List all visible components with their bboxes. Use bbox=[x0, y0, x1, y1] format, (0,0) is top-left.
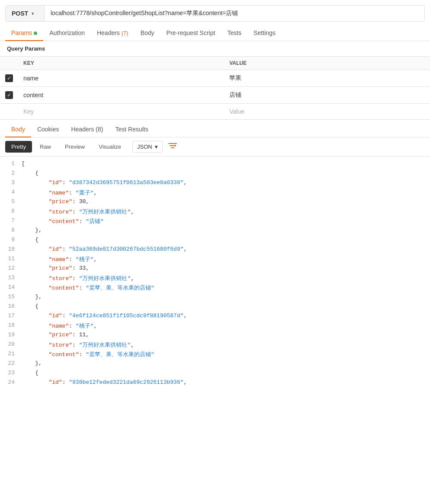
line-number: 3 bbox=[0, 179, 22, 186]
tab-headers[interactable]: Headers (7) bbox=[91, 25, 135, 41]
line-content: "content": "卖苹、果、等水果的店铺" bbox=[22, 350, 430, 358]
line-number: 19 bbox=[0, 331, 22, 338]
url-input[interactable] bbox=[45, 6, 424, 21]
line-content: "id": "52aa369de017d300267bdc551680f6d9"… bbox=[22, 246, 430, 252]
line-content: "id": "4e6f124ce851f1f105cdc9f88190587d"… bbox=[22, 312, 430, 319]
code-line: 15 }, bbox=[0, 293, 430, 303]
method-selector[interactable]: POST ▾ bbox=[6, 6, 45, 21]
line-number: 16 bbox=[0, 303, 22, 309]
url-bar: POST ▾ bbox=[5, 5, 425, 22]
code-line: 11 "name": "桃子", bbox=[0, 255, 430, 265]
code-line: 19 "price": 11, bbox=[0, 331, 430, 341]
row2-key[interactable]: content bbox=[18, 87, 224, 104]
line-content: { bbox=[22, 369, 430, 376]
code-line: 22 }, bbox=[0, 360, 430, 369]
response-headers-badge: (8) bbox=[96, 126, 103, 133]
line-content: "name": "桃子", bbox=[22, 255, 430, 263]
response-tab-headers[interactable]: Headers (8) bbox=[65, 121, 109, 137]
line-content: }, bbox=[22, 226, 430, 233]
tab-tests[interactable]: Tests bbox=[221, 25, 247, 41]
line-content: "name": "栗子", bbox=[22, 188, 430, 197]
code-line: 14 "content": "卖苹、果、等水果的店铺" bbox=[0, 284, 430, 293]
row1-value[interactable]: 苹果 bbox=[224, 70, 430, 87]
format-row: Pretty Raw Preview Visualize JSON ▾ bbox=[0, 137, 430, 156]
params-dot bbox=[34, 32, 37, 35]
code-line: 16 { bbox=[0, 303, 430, 312]
json-chevron-icon: ▾ bbox=[155, 144, 158, 150]
response-tab-cookies[interactable]: Cookies bbox=[31, 121, 65, 137]
line-content: }, bbox=[22, 360, 430, 367]
code-line: 6 "store": "万州好水果供销社", bbox=[0, 207, 430, 217]
line-content: { bbox=[22, 236, 430, 243]
method-chevron: ▾ bbox=[32, 11, 34, 16]
code-line: 7 "content": "店铺" bbox=[0, 217, 430, 226]
line-number: 1 bbox=[0, 160, 22, 167]
tab-prerequest[interactable]: Pre-request Script bbox=[160, 25, 221, 41]
line-number: 22 bbox=[0, 360, 22, 367]
params-table: KEY VALUE ✓ name 苹果 ✓ content 店铺 Key Val… bbox=[0, 56, 430, 120]
code-line: 12 "price": 33, bbox=[0, 265, 430, 274]
value-placeholder[interactable]: Value bbox=[229, 108, 244, 115]
response-tab-testresults[interactable]: Test Results bbox=[109, 121, 154, 137]
line-content: "store": "万州好水果供销社", bbox=[22, 274, 430, 282]
code-line: 4 "name": "栗子", bbox=[0, 188, 430, 198]
line-number: 4 bbox=[0, 188, 22, 195]
line-number: 24 bbox=[0, 379, 22, 386]
line-number: 11 bbox=[0, 255, 22, 262]
line-content: }, bbox=[22, 293, 430, 300]
line-content: { bbox=[22, 169, 430, 176]
line-number: 5 bbox=[0, 198, 22, 205]
col-check-header bbox=[0, 57, 18, 70]
query-params-label: Query Params bbox=[0, 41, 430, 56]
line-number: 20 bbox=[0, 341, 22, 348]
line-content: "content": "店铺" bbox=[22, 217, 430, 225]
json-format-selector[interactable]: JSON ▾ bbox=[132, 141, 163, 153]
response-tabs: Body Cookies Headers (8) Test Results bbox=[0, 121, 430, 137]
line-content: "price": 30, bbox=[22, 198, 430, 205]
col-key-header: KEY bbox=[18, 57, 224, 70]
line-number: 6 bbox=[0, 207, 22, 214]
code-line: 1[ bbox=[0, 160, 430, 169]
row2-value[interactable]: 店铺 bbox=[224, 87, 430, 104]
request-tabs: Params Authorization Headers (7) Body Pr… bbox=[0, 25, 430, 41]
line-number: 21 bbox=[0, 350, 22, 357]
response-tab-body[interactable]: Body bbox=[5, 121, 31, 137]
line-number: 8 bbox=[0, 226, 22, 233]
format-visualize[interactable]: Visualize bbox=[93, 141, 127, 153]
code-area: 1[2 {3 "id": "d387342d3695751f0613a503ee… bbox=[0, 156, 430, 392]
key-placeholder[interactable]: Key bbox=[23, 108, 34, 115]
code-line: 21 "content": "卖苹、果、等水果的店铺" bbox=[0, 350, 430, 360]
line-content: "name": "桃子", bbox=[22, 322, 430, 330]
tab-settings[interactable]: Settings bbox=[247, 25, 282, 41]
code-line: 5 "price": 30, bbox=[0, 198, 430, 207]
line-number: 14 bbox=[0, 284, 22, 290]
code-line: 20 "store": "万州好水果供销社", bbox=[0, 341, 430, 350]
headers-badge: (7) bbox=[122, 30, 128, 36]
tab-authorization[interactable]: Authorization bbox=[43, 25, 91, 41]
row1-checkbox[interactable]: ✓ bbox=[5, 74, 13, 82]
tab-params[interactable]: Params bbox=[5, 25, 43, 41]
method-label: POST bbox=[12, 10, 28, 17]
code-line: 8 }, bbox=[0, 226, 430, 236]
format-preview[interactable]: Preview bbox=[59, 141, 91, 153]
format-pretty[interactable]: Pretty bbox=[5, 141, 32, 153]
line-content: "content": "卖苹、果、等水果的店铺" bbox=[22, 284, 430, 292]
filter-icon[interactable] bbox=[168, 142, 177, 152]
row1-key[interactable]: name bbox=[18, 70, 224, 87]
format-raw[interactable]: Raw bbox=[34, 141, 57, 153]
line-number: 12 bbox=[0, 265, 22, 271]
table-row: ✓ content 店铺 bbox=[0, 87, 430, 104]
line-content: [ bbox=[22, 160, 430, 167]
code-line: 13 "store": "万州好水果供销社", bbox=[0, 274, 430, 284]
line-number: 7 bbox=[0, 217, 22, 224]
col-value-header: VALUE bbox=[224, 57, 430, 70]
line-number: 18 bbox=[0, 322, 22, 329]
code-line: 2 { bbox=[0, 169, 430, 179]
line-content: { bbox=[22, 303, 430, 309]
line-number: 23 bbox=[0, 369, 22, 376]
line-content: "store": "万州好水果供销社", bbox=[22, 341, 430, 349]
code-line: 18 "name": "桃子", bbox=[0, 322, 430, 331]
row2-checkbox[interactable]: ✓ bbox=[5, 91, 13, 99]
tab-body[interactable]: Body bbox=[135, 25, 160, 41]
line-number: 9 bbox=[0, 236, 22, 243]
